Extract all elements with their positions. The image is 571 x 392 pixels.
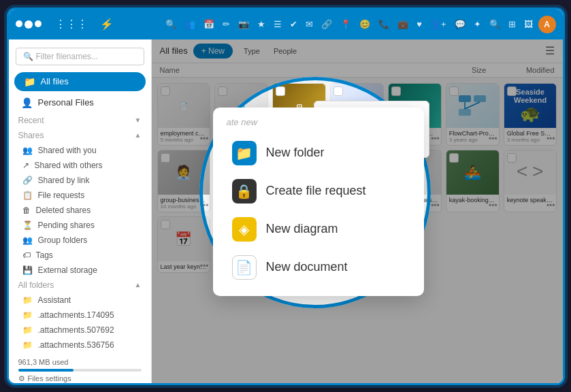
chat-icon[interactable]: 💬 xyxy=(452,17,468,31)
new-button[interactable]: + New xyxy=(193,44,233,59)
calendar-icon[interactable]: 📅 xyxy=(201,17,217,31)
file-checkbox[interactable] xyxy=(161,86,170,96)
sidebar-item-shared-with-you[interactable]: 👥 Shared with you xyxy=(9,143,151,158)
briefcase-icon[interactable]: 💼 xyxy=(395,17,411,31)
file-checkbox[interactable] xyxy=(276,86,285,96)
heart-icon[interactable]: ♥ xyxy=(414,17,425,31)
file-menu-dots[interactable]: ••• xyxy=(200,261,209,271)
file-card[interactable]: 📄 employment cont....odt 5 months ago ••… xyxy=(157,83,211,146)
sidebar-item-external-storage[interactable]: 💾 External storage xyxy=(9,263,151,278)
sidebar-folder-assistant[interactable]: 📁 Assistant xyxy=(9,293,151,308)
file-checkbox[interactable] xyxy=(161,153,170,163)
file-requests-icon: 📋 xyxy=(22,191,33,200)
file-menu-dots[interactable]: ••• xyxy=(546,201,555,210)
sidebar-folder-attachments2[interactable]: 📁 .attachments.507692 xyxy=(9,323,151,338)
image-icon[interactable]: 🖼 xyxy=(521,17,536,31)
file-card[interactable]: < > keynote speakers.html ••• xyxy=(504,150,557,212)
nav-right-icons: 🔍 👥 📅 ✏ 📷 ★ ☰ ✔ ✉ 🔗 📍 😊 📞 💼 ♥ 👤+ 💬 ✦ 🔍 ⊞… xyxy=(163,16,555,33)
grid-view-icon[interactable]: ⊞ xyxy=(506,17,519,31)
file-checkbox[interactable] xyxy=(449,153,459,163)
mail-icon[interactable]: ✉ xyxy=(303,17,316,31)
svg-rect-0 xyxy=(459,95,471,102)
sidebar-item-shared-by-link[interactable]: 🔗 Shared by link xyxy=(9,173,151,188)
storage-fill xyxy=(18,369,74,372)
sidebar-item-deleted-shares[interactable]: 🗑 Deleted shares xyxy=(9,203,151,218)
camera-icon[interactable]: 📷 xyxy=(235,17,252,31)
file-card[interactable]: FlowChart-Pro.odg 3 years ago ••• xyxy=(446,83,500,146)
sidebar-item-pending-shares[interactable]: ⏳ Pending shares xyxy=(9,218,151,233)
sort-icon[interactable]: ☰ xyxy=(545,44,555,57)
create-file-request-item[interactable]: 🔒 Create file request xyxy=(227,172,410,210)
pending-shares-icon: ⏳ xyxy=(22,220,33,230)
star-icon[interactable]: ★ xyxy=(255,17,268,31)
file-checkbox[interactable] xyxy=(507,86,517,96)
new-document-label: New document xyxy=(266,260,348,274)
check-icon[interactable]: ✔ xyxy=(287,17,300,31)
search-placeholder: Filter filenames... xyxy=(36,52,98,61)
new-document-icon: 📄 xyxy=(232,255,257,280)
file-menu-dots[interactable]: ••• xyxy=(489,134,497,144)
file-checkbox[interactable] xyxy=(218,86,227,96)
file-menu-dots[interactable]: ••• xyxy=(546,134,555,144)
map-icon[interactable]: 📍 xyxy=(338,17,354,31)
grid-icon[interactable]: ⋮⋮⋮ xyxy=(51,15,92,33)
settings-icon: ⚙ xyxy=(18,374,25,383)
new-diagram-item[interactable]: ◈ New diagram xyxy=(227,210,410,248)
svg-line-4 xyxy=(465,102,480,109)
file-menu-dots[interactable]: ••• xyxy=(200,134,209,144)
search-icon: 🔍 xyxy=(23,52,33,61)
file-checkbox[interactable] xyxy=(161,220,170,229)
sidebar-item-shared-with-others[interactable]: ↗ Shared with others xyxy=(9,158,151,173)
sidebar-item-file-requests[interactable]: 📋 File requests xyxy=(9,188,151,203)
file-card[interactable]: 📅 Last year keynote..... ••• xyxy=(157,216,211,273)
list-icon[interactable]: ☰ xyxy=(271,17,284,31)
sidebar-item-personal[interactable]: 👤 Personal Files xyxy=(12,93,148,112)
files-settings-label: Files settings xyxy=(28,374,71,382)
breadcrumb-all-files[interactable]: All files xyxy=(160,46,188,56)
file-card[interactable]: Seaside Weekend 🐢 Global Free Spee....md… xyxy=(504,83,557,146)
search-top-icon[interactable]: 🔍 xyxy=(163,17,179,31)
turtle-emoji: 🐢 xyxy=(520,104,540,123)
user-add-icon[interactable]: 👤+ xyxy=(427,17,449,31)
sidebar-item-tags[interactable]: 🏷 Tags xyxy=(9,248,151,263)
new-document-item[interactable]: 📄 New document xyxy=(227,248,410,287)
folder-attachments3-label: .attachments.536756 xyxy=(38,340,114,350)
link-icon[interactable]: 🔗 xyxy=(319,17,335,31)
storage-bar xyxy=(18,369,142,372)
edit-icon[interactable]: ✏ xyxy=(220,17,233,31)
user-avatar[interactable]: A xyxy=(538,16,556,33)
sparkle-icon[interactable]: ✦ xyxy=(471,17,484,31)
sidebar-folder-attachments3[interactable]: 📁 .attachments.536756 xyxy=(9,338,151,353)
recent-section[interactable]: Recent ▼ xyxy=(9,113,151,128)
svg-text:>: > xyxy=(532,161,543,182)
magnify-icon[interactable]: 🔍 xyxy=(487,17,503,31)
file-menu-dots[interactable]: ••• xyxy=(431,201,440,210)
file-menu-dots[interactable]: ••• xyxy=(431,134,440,144)
phone-icon[interactable]: 📞 xyxy=(376,17,392,31)
filter-tab-type[interactable]: Type xyxy=(238,45,265,57)
file-card[interactable]: 🧑‍💼 group-business-p....jpg 10 months ag… xyxy=(157,150,211,212)
all-folders-section[interactable]: All folders ▲ xyxy=(9,278,151,293)
new-folder-icon: 📁 xyxy=(232,141,257,165)
files-settings-link[interactable]: ⚙ Files settings xyxy=(18,374,142,383)
search-box[interactable]: 🔍 Filter filenames... xyxy=(16,48,144,65)
file-menu-dots[interactable]: ••• xyxy=(200,201,209,210)
create-request-icon: 🔒 xyxy=(232,179,257,203)
col-name: Name xyxy=(160,66,439,74)
file-checkbox[interactable] xyxy=(333,86,343,96)
new-folder-item[interactable]: 📁 New folder xyxy=(227,134,410,172)
file-checkbox[interactable] xyxy=(391,86,401,96)
file-checkbox[interactable] xyxy=(507,153,517,163)
lightning-icon[interactable]: ⚡ xyxy=(96,15,118,33)
sidebar-item-group-folders[interactable]: 👥 Group folders xyxy=(9,233,151,248)
people-icon[interactable]: 👥 xyxy=(182,17,198,31)
file-checkbox[interactable] xyxy=(449,86,459,96)
sidebar-folder-attachments1[interactable]: 📁 .attachments.174095 xyxy=(9,308,151,323)
sidebar-item-all-files[interactable]: 📁 All files xyxy=(14,72,146,91)
emoji-icon[interactable]: 😊 xyxy=(357,17,373,31)
file-menu-dots[interactable]: ••• xyxy=(489,201,497,210)
shares-section[interactable]: Shares ▲ xyxy=(9,128,151,143)
filter-tab-people[interactable]: People xyxy=(268,45,302,57)
new-diagram-label: New diagram xyxy=(266,222,338,236)
file-card[interactable]: 🚣 kayak-booking-fo....pdf ••• xyxy=(446,150,500,212)
